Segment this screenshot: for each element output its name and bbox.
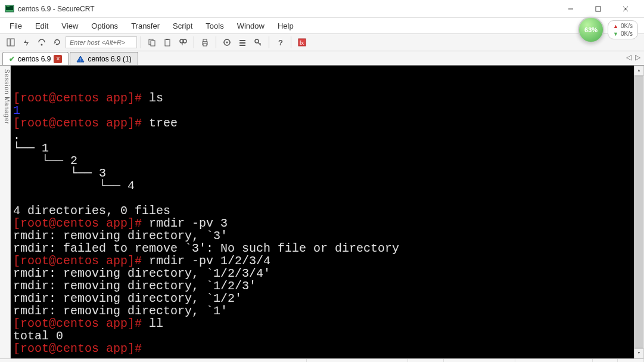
status-cap: CAP — [593, 359, 618, 362]
session-manager-icon[interactable] — [4, 35, 18, 49]
terminal-line: . — [13, 129, 642, 142]
scroll-down-icon[interactable]: ▾ — [634, 348, 644, 358]
svg-rect-13 — [166, 39, 169, 40]
status-proto: ssh2: AES-256-CTR — [307, 359, 408, 362]
terminal-line: └── 3 — [13, 167, 642, 180]
check-icon: ✔ — [9, 55, 15, 63]
svg-rect-18 — [203, 39, 207, 42]
terminal-line: rmdir: removing directory, `1' — [13, 305, 642, 317]
window-title: centos 6.9 - SecureCRT — [18, 5, 557, 13]
svg-rect-4 — [596, 7, 601, 11]
separator — [291, 36, 291, 48]
speed-widget: 63% ▲0K/s ▼0K/s — [578, 17, 638, 43]
paste-icon[interactable] — [160, 35, 175, 49]
session-manager-sidebar[interactable]: Session Manager — [0, 66, 11, 358]
key-icon[interactable] — [251, 35, 265, 49]
status-num: NUM — [618, 359, 644, 362]
status-cursor: 21, 20 — [408, 359, 444, 362]
separator — [141, 36, 141, 48]
svg-point-21 — [226, 42, 228, 44]
svg-line-31 — [260, 43, 261, 44]
svg-rect-2 — [7, 7, 10, 7]
svg-line-30 — [258, 42, 261, 45]
copy-icon[interactable] — [145, 35, 159, 49]
host-input[interactable] — [66, 36, 137, 48]
svg-rect-26 — [239, 40, 245, 41]
terminal-line: └── 1 — [13, 142, 642, 154]
menu-view[interactable]: View — [55, 19, 84, 33]
terminal-line: [root@centos app]# — [13, 342, 642, 355]
global-options-icon[interactable] — [235, 35, 250, 49]
svg-rect-11 — [151, 41, 155, 46]
menu-file[interactable]: File — [4, 19, 28, 33]
menu-help[interactable]: Help — [272, 19, 300, 33]
separator — [216, 36, 216, 48]
menu-edit[interactable]: Edit — [29, 19, 54, 33]
svg-rect-27 — [239, 42, 245, 44]
speed-readout: ▲0K/s ▼0K/s — [608, 20, 638, 39]
minimize-button[interactable] — [557, 0, 584, 18]
terminal-line: rmdir: removing directory, `1/2/3/4' — [13, 267, 642, 280]
svg-rect-8 — [11, 39, 14, 46]
terminal-line: 1 — [13, 104, 642, 117]
menu-transfer[interactable]: Transfer — [125, 19, 166, 33]
warn-icon: ! — [76, 55, 85, 63]
terminal-line — [13, 192, 642, 205]
tabbar: ✔ centos 6.9 × ! centos 6.9 (1) ◁ ▷ — [0, 51, 644, 66]
terminal-line: [root@centos app]# rmdir -pv 1/2/3/4 — [13, 255, 642, 267]
window-controls — [557, 0, 639, 18]
properties-icon[interactable] — [220, 35, 234, 49]
reconnect-icon[interactable] — [50, 35, 64, 49]
svg-text:fx: fx — [300, 40, 304, 46]
svg-rect-28 — [239, 45, 245, 46]
connect-bar-icon[interactable] — [35, 35, 49, 49]
menu-tools[interactable]: Tools — [200, 19, 229, 33]
separator — [269, 36, 269, 48]
tab-close-icon[interactable]: × — [54, 55, 62, 63]
main-area: Session Manager [root@centos app]# ls1[r… — [0, 66, 644, 358]
svg-rect-7 — [7, 39, 10, 46]
speed-gauge-icon: 63% — [578, 17, 604, 43]
help-icon[interactable]: ? — [273, 35, 287, 49]
toolbar: ? fx — [0, 33, 644, 51]
menubar: File Edit View Options Transfer Script T… — [0, 18, 644, 33]
arrow-down-icon: ▼ — [613, 31, 618, 37]
scroll-up-icon[interactable]: ▴ — [634, 66, 644, 76]
scrollbar[interactable]: ▴ ▾ — [634, 66, 644, 358]
scroll-thumb[interactable] — [634, 76, 643, 348]
terminal-line: 4 directories, 0 files — [13, 205, 642, 217]
terminal-line: [root@centos app]# tree — [13, 117, 642, 129]
terminal-line: [root@centos app]# ll — [13, 317, 642, 330]
tab-prev-icon[interactable]: ◁ — [626, 53, 631, 61]
tab-label: centos 6.9 (1) — [88, 55, 131, 63]
status-os: Linux — [515, 359, 593, 362]
arrow-up-icon: ▲ — [613, 23, 618, 29]
svg-rect-19 — [203, 44, 207, 46]
statusbar: Ready ssh2: AES-256-CTR 21, 20 21 Rows, … — [0, 358, 644, 362]
menu-options[interactable]: Options — [85, 19, 124, 33]
status-ready: Ready — [0, 359, 307, 362]
tab-centos69[interactable]: ✔ centos 6.9 × — [2, 52, 69, 65]
tab-centos69-1[interactable]: ! centos 6.9 (1) — [70, 52, 138, 65]
tab-next-icon[interactable]: ▷ — [635, 53, 640, 61]
scroll-track[interactable] — [634, 76, 644, 348]
fx-icon[interactable]: fx — [295, 35, 309, 49]
separator — [194, 36, 194, 48]
speed-down: 0K/s — [621, 30, 633, 37]
svg-text:!: ! — [80, 57, 82, 63]
status-size: 21 Rows, 78 Cols — [444, 359, 515, 362]
terminal[interactable]: [root@centos app]# ls1[root@centos app]#… — [11, 66, 644, 358]
close-button[interactable] — [612, 0, 639, 18]
maximize-button[interactable] — [584, 0, 612, 18]
menu-window[interactable]: Window — [231, 19, 270, 33]
find-icon[interactable] — [176, 35, 190, 49]
svg-point-9 — [41, 44, 43, 46]
terminal-line: rmdir: removing directory, `1/2' — [13, 292, 642, 305]
print-icon[interactable] — [198, 35, 212, 49]
terminal-line: total 0 — [13, 330, 642, 342]
app-icon — [5, 4, 14, 14]
menu-script[interactable]: Script — [167, 19, 198, 33]
terminal-line: [root@centos app]# rmdir -pv 3 — [13, 217, 642, 230]
terminal-line: rmdir: failed to remove `3': No such fil… — [13, 242, 642, 255]
quick-connect-icon[interactable] — [19, 35, 33, 49]
